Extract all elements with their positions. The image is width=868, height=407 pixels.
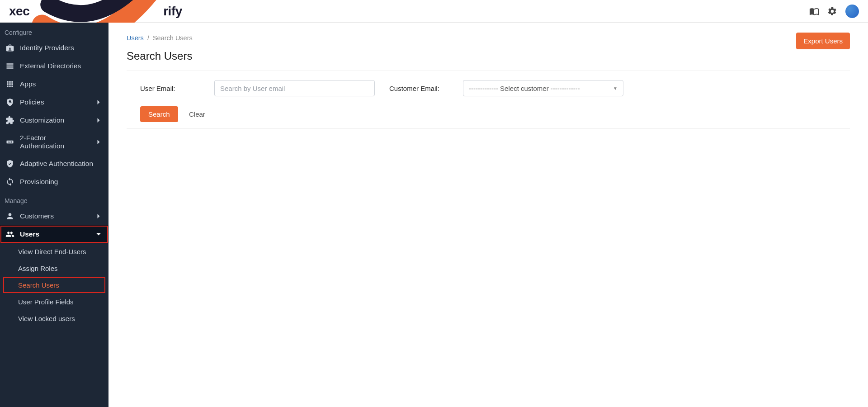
main-content: Users / Search Users Export Users Search… xyxy=(108,23,868,407)
sidebar-item-customization[interactable]: Customization xyxy=(0,111,108,129)
sidebar: Configure Identity Providers External Di… xyxy=(0,23,108,407)
pin-123-icon: 123 xyxy=(5,137,14,147)
customer-select-value: ------------- Select customer ----------… xyxy=(469,85,580,92)
sidebar-label: Provisioning xyxy=(20,178,58,186)
chevron-right-icon xyxy=(94,212,103,221)
people-icon xyxy=(5,230,14,239)
docs-icon[interactable] xyxy=(809,6,819,16)
user-email-input[interactable] xyxy=(214,80,375,96)
customer-select[interactable]: ------------- Select customer ----------… xyxy=(463,80,623,96)
sidebar-label: Apps xyxy=(20,80,36,88)
sidebar-label: External Directories xyxy=(20,62,81,70)
sidebar-label: Identity Providers xyxy=(20,44,74,52)
shield-search-icon xyxy=(5,98,14,107)
sidebar-label: Policies xyxy=(20,98,44,106)
chevron-right-icon xyxy=(94,98,103,107)
sidebar-item-identity-providers[interactable]: Identity Providers xyxy=(0,39,108,57)
sidebar-subitem-view-direct-end-users[interactable]: View Direct End-Users xyxy=(0,243,108,260)
sidebar-section-manage: Manage xyxy=(0,191,108,207)
header-actions xyxy=(809,5,859,18)
export-users-button[interactable]: Export Users xyxy=(796,33,850,49)
list-icon xyxy=(5,62,14,71)
search-button[interactable]: Search xyxy=(140,106,178,122)
breadcrumb-current: Search Users xyxy=(153,34,193,42)
breadcrumb: Users / Search Users xyxy=(127,34,193,42)
sidebar-item-adaptive-auth[interactable]: Adaptive Authentication xyxy=(0,155,108,173)
apps-grid-icon xyxy=(5,80,14,89)
sidebar-label: Customization xyxy=(20,116,64,124)
brand-suffix: rify xyxy=(163,4,182,19)
sidebar-item-customers[interactable]: Customers xyxy=(0,207,108,225)
shield-check-icon xyxy=(5,159,14,168)
clear-button[interactable]: Clear xyxy=(183,106,212,122)
form-actions: Search Clear xyxy=(127,106,850,122)
customer-email-label: Customer Email: xyxy=(375,85,463,92)
sidebar-item-apps[interactable]: Apps xyxy=(0,75,108,93)
puzzle-icon xyxy=(5,116,14,125)
sidebar-subitem-user-profile-fields[interactable]: User Profile Fields xyxy=(0,293,108,310)
sidebar-section-configure: Configure xyxy=(0,23,108,39)
sidebar-label: Adaptive Authentication xyxy=(20,160,93,168)
sidebar-label: Customers xyxy=(20,212,54,220)
sidebar-item-users[interactable]: Users xyxy=(0,225,108,243)
sidebar-label: 2-Factor Authentication xyxy=(20,134,89,150)
user-email-label: User Email: xyxy=(127,85,214,92)
person-icon xyxy=(5,212,14,221)
divider xyxy=(127,71,850,71)
breadcrumb-separator: / xyxy=(147,34,149,42)
sidebar-item-external-directories[interactable]: External Directories xyxy=(0,57,108,75)
brand-prefix: xec xyxy=(9,4,29,19)
search-form-row: User Email: Customer Email: ------------… xyxy=(127,80,850,96)
divider xyxy=(127,128,850,129)
sidebar-item-policies[interactable]: Policies xyxy=(0,93,108,111)
sync-icon xyxy=(5,177,14,186)
sidebar-item-provisioning[interactable]: Provisioning xyxy=(0,173,108,191)
settings-gear-icon[interactable] xyxy=(827,6,837,16)
sidebar-item-2fa[interactable]: 123 2-Factor Authentication xyxy=(0,129,108,155)
sidebar-subitem-assign-roles[interactable]: Assign Roles xyxy=(0,260,108,277)
sidebar-label: Users xyxy=(20,230,39,238)
user-avatar[interactable] xyxy=(845,5,859,18)
chevron-right-icon xyxy=(94,137,103,147)
id-badge-icon xyxy=(5,43,14,52)
page-title: Search Users xyxy=(127,50,850,62)
chevron-down-icon xyxy=(94,230,103,239)
breadcrumb-link-users[interactable]: Users xyxy=(127,34,144,42)
sidebar-subitem-search-users[interactable]: Search Users xyxy=(3,277,106,293)
sidebar-submenu-users: View Direct End-Users Assign Roles Searc… xyxy=(0,243,108,327)
chevron-right-icon xyxy=(94,116,103,125)
svg-text:123: 123 xyxy=(8,141,12,143)
top-header: xec rify xyxy=(0,0,868,23)
sidebar-subitem-view-locked-users[interactable]: View Locked users xyxy=(0,310,108,327)
dropdown-caret-icon: ▼ xyxy=(613,86,618,91)
